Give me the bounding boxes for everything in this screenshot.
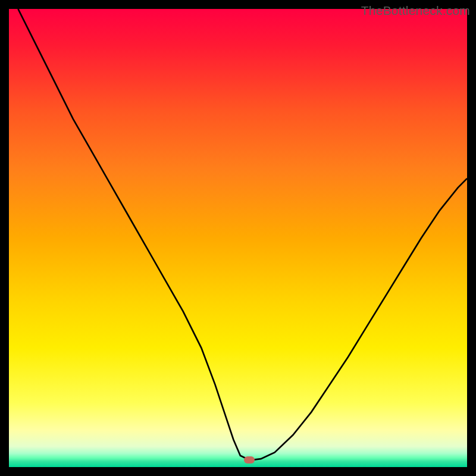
chart-container: TheBottleneck.com [0,0,476,476]
curve-svg [9,9,467,467]
bottleneck-curve [18,9,467,460]
plot-area [9,9,467,467]
optimal-marker [244,456,255,464]
watermark-text: TheBottleneck.com [361,4,470,18]
